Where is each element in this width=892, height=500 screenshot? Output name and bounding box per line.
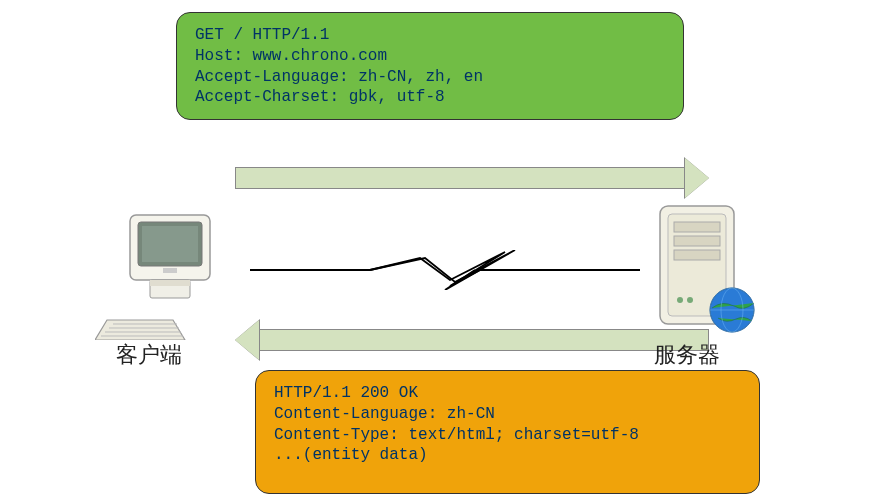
arrow-head-right-icon (685, 158, 709, 198)
response-header-content-language: Content-Language: zh-CN (274, 404, 741, 425)
response-body: ...(entity data) (274, 445, 741, 466)
response-header-content-type: Content-Type: text/html; charset=utf-8 (274, 425, 741, 446)
server-tower-icon (640, 200, 770, 340)
server-label: 服务器 (654, 340, 720, 370)
response-status-line: HTTP/1.1 200 OK (274, 383, 741, 404)
request-header-host: Host: www.chrono.com (195, 46, 665, 67)
request-header-accept-charset: Accept-Charset: gbk, utf-8 (195, 87, 665, 108)
svg-rect-5 (150, 280, 190, 286)
svg-point-19 (677, 297, 683, 303)
http-request-box: GET / HTTP/1.1 Host: www.chrono.com Acce… (176, 12, 684, 120)
arrow-head-left-icon (235, 320, 259, 360)
svg-rect-16 (674, 222, 720, 232)
client-computer-icon (95, 210, 235, 340)
svg-rect-3 (163, 268, 177, 273)
connection-line (250, 250, 640, 290)
http-response-box: HTTP/1.1 200 OK Content-Language: zh-CN … (255, 370, 760, 494)
arrow-body (235, 167, 685, 189)
svg-rect-17 (674, 236, 720, 246)
svg-marker-6 (95, 320, 185, 340)
response-arrow (235, 320, 709, 360)
svg-point-20 (687, 297, 693, 303)
request-header-accept-language: Accept-Language: zh-CN, zh, en (195, 67, 665, 88)
request-arrow (235, 158, 709, 198)
request-line: GET / HTTP/1.1 (195, 25, 665, 46)
svg-rect-18 (674, 250, 720, 260)
arrow-body (259, 329, 709, 351)
client-label: 客户端 (116, 340, 182, 370)
svg-rect-2 (142, 226, 198, 262)
